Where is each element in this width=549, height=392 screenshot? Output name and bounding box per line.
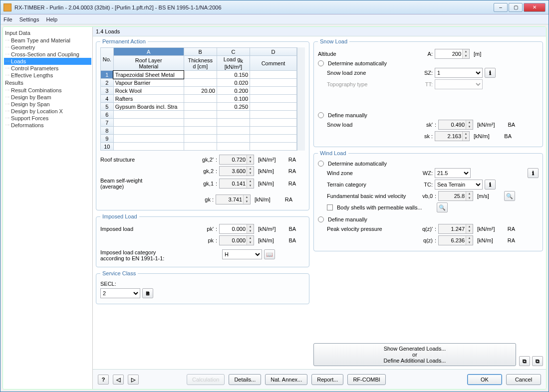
cancel-button[interactable]: Cancel bbox=[506, 374, 541, 385]
imposed-load-group: Imposed Load Imposed load pk': ▲▼ [kN/m²… bbox=[96, 213, 309, 267]
tree-item-result-combinations[interactable]: Result Combinations bbox=[4, 87, 91, 94]
snow-zone-select[interactable]: 1 bbox=[435, 68, 483, 78]
calculation-button[interactable]: Calculation bbox=[187, 374, 225, 385]
snow-load-group: Snow Load Altitude A: ▲▼ [m] Determine a… bbox=[313, 38, 543, 147]
rf-combi-button[interactable]: RF-COMBI bbox=[347, 374, 385, 385]
tree-item-geometry[interactable]: Geometry bbox=[4, 44, 91, 51]
table-scrollbar[interactable] bbox=[297, 47, 305, 151]
next-icon[interactable]: ▷ bbox=[128, 375, 139, 385]
menubar: File Settings Help bbox=[0, 14, 549, 24]
snow-auto-radio[interactable] bbox=[318, 60, 324, 66]
menu-settings[interactable]: Settings bbox=[19, 16, 39, 22]
wind-manual-radio[interactable] bbox=[318, 216, 324, 222]
tree-item-design-beam[interactable]: Design by Beam bbox=[4, 94, 91, 101]
paste-icon[interactable]: ⧉ bbox=[532, 356, 543, 366]
tree-item-support-forces[interactable]: Support Forces bbox=[4, 115, 91, 122]
wind-load-group: Wind Load Determine automatically Wind z… bbox=[313, 150, 543, 251]
pkp-input[interactable]: ▲▼ bbox=[219, 224, 254, 234]
help-icon[interactable]: ? bbox=[98, 375, 109, 385]
titlebar: RX-TIMBER - Purlin - 2.04.0003 (32bit) -… bbox=[0, 0, 549, 14]
gk2p-input: ▲▼ bbox=[219, 155, 254, 165]
copy-icon[interactable]: ⧉ bbox=[519, 356, 530, 366]
tree-item-control-params[interactable]: Control Parameters bbox=[4, 65, 91, 72]
tree-item-deformations[interactable]: Deformations bbox=[4, 122, 91, 129]
page-title: 1.4 Loads bbox=[93, 27, 546, 36]
wind-zone-info-icon[interactable]: ℹ bbox=[528, 168, 539, 178]
report-button[interactable]: Report... bbox=[311, 374, 343, 385]
minimize-button[interactable]: – bbox=[494, 3, 508, 12]
tree-header-input: Input Data bbox=[4, 29, 91, 37]
menu-help[interactable]: Help bbox=[46, 16, 57, 22]
tree-item-effective-lengths[interactable]: Effective Lengths bbox=[4, 72, 91, 79]
navigation-tree: Input Data Beam Type and Material Geomet… bbox=[3, 27, 93, 389]
tree-header-results: Results bbox=[4, 79, 91, 87]
tree-item-design-location[interactable]: Design by Location X bbox=[4, 108, 91, 115]
ok-button[interactable]: OK bbox=[467, 374, 502, 385]
footer-bar: ? ◁ ▷ Calculation Details... Nat. Annex.… bbox=[93, 369, 546, 389]
tree-item-beam-type[interactable]: Beam Type and Material bbox=[4, 37, 91, 44]
terrain-info-icon[interactable]: ℹ bbox=[485, 180, 496, 190]
snow-zone-info-icon[interactable]: ℹ bbox=[485, 68, 496, 78]
gk-total-input: ▲▼ bbox=[216, 195, 251, 204]
sk-input: ▲▼ bbox=[435, 131, 470, 141]
permanent-action-group: Permanent Action No. A B C D bbox=[96, 38, 309, 210]
window-title: RX-TIMBER - Purlin - 2.04.0003 (32bit) -… bbox=[14, 4, 494, 10]
topography-select bbox=[435, 79, 483, 89]
gk1-input: ▲▼ bbox=[219, 179, 254, 189]
tree-item-cross-section[interactable]: Cross-Section and Coupling bbox=[4, 51, 91, 58]
service-class-select[interactable]: 2 bbox=[100, 288, 140, 298]
details-button[interactable]: Details... bbox=[229, 374, 261, 385]
service-class-group: Service Class SECL: 2 🗎 bbox=[96, 270, 309, 304]
vb0-detail-icon[interactable]: 🔍 bbox=[504, 191, 515, 201]
show-generated-loads-button[interactable]: Show Generated Loads... or Define Additi… bbox=[313, 343, 516, 366]
body-shells-checkbox[interactable] bbox=[327, 204, 333, 210]
imposed-category-select[interactable]: H bbox=[222, 249, 262, 259]
terrain-category-select[interactable]: Sea Terrain bbox=[435, 180, 483, 190]
maximize-button[interactable]: ▢ bbox=[509, 3, 523, 12]
body-shells-detail-icon[interactable]: 🔍 bbox=[437, 202, 448, 212]
permanent-action-legend: Permanent Action bbox=[100, 38, 148, 44]
wind-auto-radio[interactable] bbox=[318, 161, 324, 167]
nat-annex-button[interactable]: Nat. Annex... bbox=[265, 374, 307, 385]
altitude-input[interactable]: ▲▼ bbox=[435, 49, 470, 59]
prev-icon[interactable]: ◁ bbox=[113, 375, 124, 385]
tree-item-loads[interactable]: Loads bbox=[4, 58, 91, 65]
service-class-info-icon[interactable]: 🗎 bbox=[142, 288, 153, 298]
pk-input: ▲▼ bbox=[219, 235, 254, 245]
qz-input: ▲▼ bbox=[438, 235, 473, 245]
tree-item-design-span[interactable]: Design by Span bbox=[4, 101, 91, 108]
menu-file[interactable]: File bbox=[3, 16, 12, 22]
wind-zone-select[interactable]: 21.5 bbox=[435, 168, 471, 178]
roof-layer-table[interactable]: No. A B C D Roof LayerMaterial Thickness… bbox=[100, 47, 297, 151]
vb0-input: ▲▼ bbox=[438, 191, 473, 201]
gk2-input: ▲▼ bbox=[219, 166, 254, 176]
app-icon bbox=[3, 3, 11, 11]
skp-input: ▲▼ bbox=[438, 120, 473, 130]
qzp-input: ▲▼ bbox=[438, 224, 473, 234]
category-help-icon[interactable]: 📖 bbox=[264, 249, 275, 259]
close-button[interactable]: ✕ bbox=[524, 3, 546, 12]
snow-manual-radio[interactable] bbox=[318, 112, 324, 118]
